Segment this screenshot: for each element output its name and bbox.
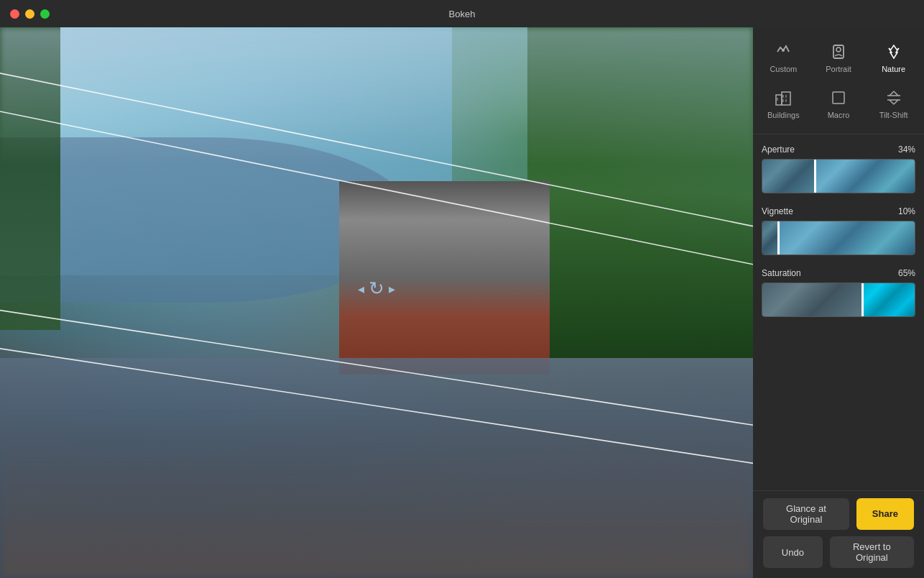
svg-rect-14 (833, 92, 844, 104)
nature-icon (884, 42, 904, 62)
mode-macro-label: Macro (828, 111, 850, 119)
saturation-value: 65% (898, 268, 915, 278)
titlebar: Bokeh (0, 0, 924, 27)
app-title: Bokeh (449, 9, 476, 19)
saturation-slider-row: Saturation 65% (762, 268, 915, 317)
saturation-handle[interactable] (861, 283, 864, 316)
svg-rect-7 (776, 95, 782, 105)
image-panel[interactable]: ◂ ↻ ▸ (0, 27, 753, 578)
mode-nature-button[interactable]: Nature (872, 37, 916, 78)
revert-button[interactable]: Revert to Original (830, 536, 914, 568)
sliders-section: Aperture 34% Vignette 10% (753, 134, 924, 490)
vignette-label: Vignette (762, 206, 793, 216)
mode-custom-button[interactable]: Custom (761, 37, 805, 78)
rotate-control[interactable]: ◂ ↻ ▸ (358, 277, 395, 300)
mode-nature-label: Nature (882, 65, 905, 73)
photo-blur-top (0, 27, 753, 165)
saturation-label: Saturation (762, 268, 801, 278)
aperture-track[interactable] (762, 159, 915, 193)
svg-point-4 (782, 49, 785, 52)
maximize-button[interactable] (40, 9, 50, 19)
modes-container: Custom Portrait (753, 27, 924, 134)
photo-blur-bottom (0, 413, 753, 578)
aperture-thumb-left (762, 160, 814, 193)
vignette-value: 10% (898, 206, 915, 216)
content-area: ◂ ↻ ▸ Custom (0, 27, 924, 578)
vignette-track[interactable] (762, 221, 915, 255)
aperture-thumb-right (814, 160, 915, 193)
mode-tiltshift-button[interactable]: Tilt-Shift (872, 83, 916, 124)
vignette-slider-row: Vignette 10% (762, 206, 915, 255)
sidebar: Custom Portrait (753, 27, 924, 578)
saturation-thumb-left (762, 283, 861, 316)
aperture-value: 34% (898, 144, 915, 155)
tiltshift-icon (884, 88, 904, 108)
arrow-right-icon: ▸ (389, 280, 395, 296)
mode-tiltshift-label: Tilt-Shift (879, 111, 908, 119)
aperture-label: Aperture (762, 144, 795, 155)
svg-point-6 (836, 47, 841, 52)
saturation-track[interactable] (762, 283, 915, 317)
vignette-thumb-right (777, 221, 915, 254)
mode-buildings-button[interactable]: Buildings (761, 83, 805, 124)
bottom-left-buttons: Glance at Original Share (763, 498, 914, 530)
sidebar-bottom-bar: Glance at Original Share (753, 490, 924, 536)
mode-portrait-label: Portrait (826, 65, 851, 73)
mode-portrait-button[interactable]: Portrait (816, 37, 861, 78)
aperture-slider-row: Aperture 34% (762, 144, 915, 193)
saturation-thumb-right (861, 283, 915, 316)
traffic-lights (10, 9, 50, 19)
custom-icon (773, 42, 793, 62)
macro-icon (828, 88, 849, 108)
arrow-left-icon: ◂ (358, 280, 364, 296)
vignette-handle[interactable] (777, 221, 780, 254)
svg-rect-8 (782, 92, 790, 105)
undo-revert-row: Undo Revert to Original (753, 536, 924, 578)
aperture-handle[interactable] (814, 160, 816, 193)
mode-macro-button[interactable]: Macro (816, 83, 861, 124)
undo-button[interactable]: Undo (763, 536, 823, 568)
buildings-icon (773, 88, 793, 108)
share-button[interactable]: Share (856, 498, 914, 530)
portrait-icon (828, 42, 849, 62)
glance-button[interactable]: Glance at Original (763, 498, 849, 530)
vignette-thumb-left (762, 221, 777, 254)
rotate-icon: ↻ (369, 277, 384, 300)
mode-custom-label: Custom (770, 65, 797, 73)
close-button[interactable] (10, 9, 19, 19)
minimize-button[interactable] (25, 9, 34, 19)
mode-buildings-label: Buildings (767, 111, 800, 119)
